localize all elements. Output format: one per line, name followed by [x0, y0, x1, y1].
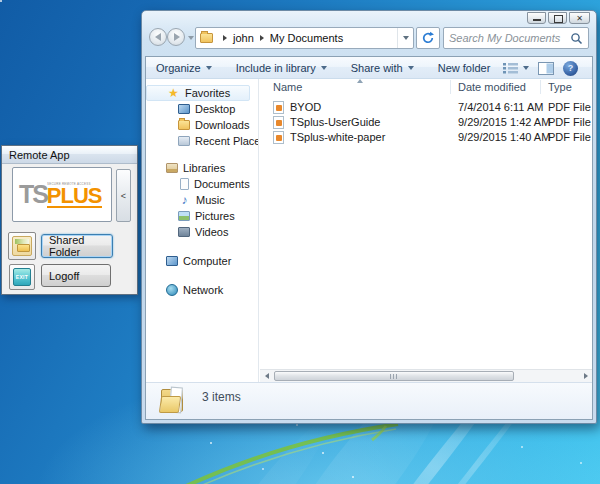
address-dropdown-button[interactable] — [397, 28, 409, 48]
shared-folder-button[interactable]: Shared Folder — [41, 234, 113, 258]
computer-icon — [166, 256, 178, 266]
explorer-main: ★Favorites Desktop Downloads Recent Plac… — [146, 79, 592, 382]
new-folder-button[interactable]: New folder — [438, 62, 491, 74]
pdf-file-icon — [273, 101, 284, 114]
sidebar-item-network[interactable]: Network — [146, 282, 258, 298]
remote-app-titlebar[interactable]: Remote App — [2, 146, 137, 164]
sort-ascending-icon — [357, 79, 363, 83]
history-dropdown-icon[interactable] — [188, 36, 194, 40]
shared-folder-icon-button[interactable] — [8, 232, 36, 260]
navigation-bar: john My Documents — [142, 23, 596, 53]
preview-pane-button[interactable] — [538, 62, 554, 75]
help-button[interactable]: ? — [563, 61, 578, 76]
back-button[interactable] — [149, 28, 167, 46]
back-arrow-icon — [155, 33, 161, 41]
column-divider[interactable] — [540, 80, 541, 94]
recent-places-icon — [178, 136, 190, 146]
list-view-icon — [502, 62, 519, 74]
explorer-window: ✕ john My Documents — [141, 10, 597, 424]
breadcrumb-separator-icon — [223, 35, 227, 41]
folder-details-icon — [160, 387, 188, 415]
music-note-icon: ♪ — [178, 194, 191, 207]
refresh-icon — [421, 31, 435, 45]
search-input[interactable] — [449, 32, 570, 44]
document-icon — [180, 178, 189, 190]
include-in-library-menu-button[interactable]: Include in library — [236, 62, 327, 74]
pdf-file-icon — [273, 116, 284, 129]
column-header-type[interactable]: Type — [548, 81, 572, 93]
remote-app-body: TS SECURE REMOTE ACCESS PLUS < Shared Fo… — [2, 164, 137, 294]
chevron-down-icon — [408, 66, 414, 70]
share-with-menu-button[interactable]: Share with — [351, 62, 414, 74]
refresh-button[interactable] — [416, 27, 440, 49]
folder-icon — [200, 33, 213, 43]
scroll-right-icon — [584, 373, 588, 379]
explorer-client-area: Organize Include in library Share with N… — [145, 56, 593, 420]
sidebar-item-computer[interactable]: Computer — [146, 253, 258, 269]
collapse-panel-button[interactable]: < — [116, 169, 131, 222]
desktop: Remote App TS SECURE REMOTE ACCESS PLUS … — [0, 0, 600, 484]
sidebar-item-desktop[interactable]: Desktop — [146, 101, 258, 117]
column-header-date-modified[interactable]: Date modified — [458, 81, 526, 93]
tsplus-logo-tagline: SECURE REMOTE ACCESS — [47, 182, 91, 186]
breadcrumb-item-my-documents[interactable]: My Documents — [270, 32, 343, 44]
sidebar-item-recent-places[interactable]: Recent Places — [146, 133, 258, 149]
sidebar-item-downloads[interactable]: Downloads — [146, 117, 258, 133]
chevron-down-icon — [321, 66, 327, 70]
breadcrumb-separator-icon — [260, 35, 264, 41]
tsplus-logo: TS SECURE REMOTE ACCESS PLUS — [12, 167, 112, 222]
search-icon[interactable] — [570, 32, 583, 45]
column-header-name[interactable]: Name — [273, 81, 302, 93]
sidebar-item-favorites[interactable]: ★Favorites — [146, 85, 250, 101]
column-divider[interactable] — [450, 80, 451, 94]
item-count: 3 items — [202, 390, 241, 404]
libraries-icon — [166, 163, 178, 173]
scroll-right-button[interactable] — [579, 370, 592, 382]
remote-app-window: Remote App TS SECURE REMOTE ACCESS PLUS … — [1, 145, 138, 295]
sidebar-item-pictures[interactable]: Pictures — [146, 208, 258, 224]
scroll-left-icon — [265, 373, 269, 379]
sidebar-item-documents[interactable]: Documents — [146, 176, 258, 192]
video-icon — [178, 227, 190, 237]
search-box[interactable] — [443, 27, 589, 49]
navigation-pane: ★Favorites Desktop Downloads Recent Plac… — [146, 79, 259, 382]
sidebar-item-libraries[interactable]: Libraries — [146, 160, 258, 176]
network-icon — [166, 284, 178, 296]
forward-button[interactable] — [167, 28, 185, 46]
exit-icon: EXIT — [13, 268, 31, 286]
downloads-folder-icon — [178, 120, 190, 130]
organize-menu-button[interactable]: Organize — [156, 62, 212, 74]
command-toolbar: Organize Include in library Share with N… — [146, 57, 592, 79]
change-view-button[interactable] — [502, 62, 529, 74]
chevron-down-icon — [206, 66, 212, 70]
scroll-left-button[interactable] — [260, 370, 273, 382]
forward-arrow-icon — [174, 33, 180, 41]
breadcrumb-item-john[interactable]: john — [233, 32, 254, 44]
file-list-pane: Name Date modified Type BYOD 7/4/2014 6:… — [260, 79, 592, 382]
pdf-file-icon — [273, 131, 284, 144]
logoff-button[interactable]: Logoff — [41, 264, 111, 287]
shared-folder-icon — [12, 236, 32, 256]
address-bar[interactable]: john My Documents — [195, 27, 414, 49]
wallpaper-sparkles — [0, 0, 2, 2]
remote-app-title: Remote App — [9, 149, 70, 161]
tsplus-logo-ts: TS — [19, 180, 47, 209]
tsplus-logo-plus: PLUS — [47, 186, 102, 208]
question-mark-icon: ? — [568, 63, 574, 73]
file-row-tsplus-userguide[interactable]: TSplus-UserGuide 9/29/2015 1:42 AM PDF F… — [260, 115, 592, 130]
file-row-byod[interactable]: BYOD 7/4/2014 6:11 AM PDF File — [260, 100, 592, 115]
picture-icon — [178, 211, 190, 221]
column-headers: Name Date modified Type — [260, 79, 592, 96]
file-row-tsplus-white-paper[interactable]: TSplus-white-paper 9/29/2015 1:40 AM PDF… — [260, 130, 592, 145]
sidebar-item-music[interactable]: ♪Music — [146, 192, 258, 208]
chevron-left-icon: < — [121, 191, 126, 201]
horizontal-scrollbar[interactable] — [260, 369, 592, 382]
close-icon: ✕ — [576, 14, 583, 23]
scrollbar-thumb[interactable] — [274, 371, 514, 381]
sidebar-item-videos[interactable]: Videos — [146, 224, 258, 240]
status-bar: 3 items — [146, 382, 592, 419]
monitor-icon — [178, 104, 190, 114]
logoff-icon-button[interactable]: EXIT — [9, 264, 35, 290]
star-icon: ★ — [167, 87, 180, 100]
chevron-down-icon — [523, 66, 529, 70]
